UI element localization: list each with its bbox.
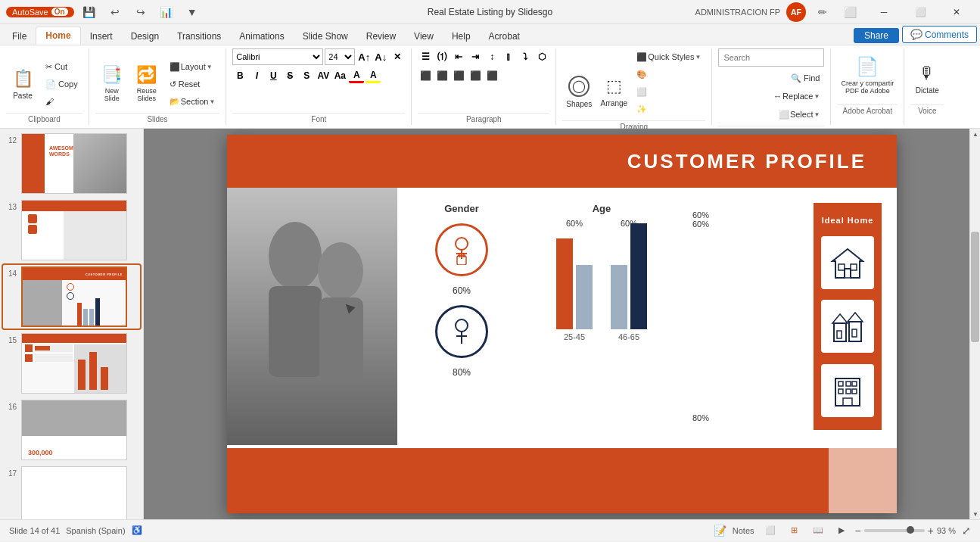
slide-item-15[interactable]: 15	[3, 332, 140, 395]
char-spacing-button[interactable]: AV	[316, 68, 331, 83]
smart-art-button[interactable]: ⬡	[534, 49, 549, 64]
presentation-mode-icon[interactable]: ⬜	[839, 3, 860, 21]
text-direction-button[interactable]: ⤵	[518, 49, 533, 64]
comments-button[interactable]: 💬 Comments	[902, 26, 977, 43]
shape-fill-button[interactable]: 🎨	[632, 66, 705, 83]
increase-font-button[interactable]: A↑	[356, 49, 372, 64]
ink-icon[interactable]: ✏	[812, 3, 833, 21]
slide-item-16[interactable]: 16 300,000	[3, 398, 140, 462]
close-button[interactable]: ✕	[939, 0, 974, 24]
shadow-button[interactable]: S	[299, 68, 314, 83]
layout-button[interactable]: ⬛ Layout ▼	[165, 58, 220, 75]
bullets-button[interactable]: ☰	[418, 49, 433, 64]
reuse-slides-button[interactable]: 🔁 Reuse Slides	[130, 58, 163, 110]
notes-button[interactable]: 📝	[714, 525, 726, 537]
slide-thumb-15[interactable]	[21, 333, 127, 394]
create-pdf-button[interactable]: 📄 Crear y compartir PDF de Adobe	[837, 53, 898, 104]
italic-button[interactable]: I	[249, 68, 264, 83]
indent-less-button[interactable]: ⇤	[451, 49, 466, 64]
font-color-button[interactable]: A	[349, 68, 364, 83]
scroll-thumb[interactable]	[971, 232, 979, 342]
highlight-button[interactable]: A	[366, 68, 381, 83]
scroll-down-arrow[interactable]: ▼	[970, 509, 980, 519]
normal-view-button[interactable]: ⬜	[761, 524, 780, 537]
change-case-button[interactable]: Aa	[332, 68, 347, 83]
main-slide[interactable]: CUSTOMER PROFILE	[227, 135, 897, 513]
line-spacing-button[interactable]: ↕	[484, 49, 499, 64]
copy-button[interactable]: 📄 Copy	[41, 76, 82, 92]
zoom-out-button[interactable]: −	[855, 525, 861, 537]
quick-styles-button[interactable]: ⬛ Quick Styles ▼	[632, 48, 705, 65]
tab-review[interactable]: Review	[357, 28, 405, 45]
zoom-slider[interactable]	[864, 529, 925, 532]
save-icon[interactable]: 💾	[79, 3, 100, 21]
align-left-button[interactable]: ⬛	[418, 68, 433, 83]
font-family-selector[interactable]: Calibri	[232, 48, 323, 65]
underline-button[interactable]: U	[266, 68, 281, 83]
slide-thumb-13[interactable]	[21, 200, 127, 260]
col2-button[interactable]: ⬛	[484, 68, 499, 83]
select-button[interactable]: ⬜ Select ▼	[774, 106, 825, 123]
paste-button[interactable]: 📋 Paste	[6, 58, 39, 110]
slide-thumb-16[interactable]: 300,000	[21, 400, 127, 460]
presenter-view-button[interactable]: ▶	[834, 524, 849, 537]
slide-item-13[interactable]: 13	[3, 198, 140, 262]
slide-thumb-12[interactable]: AWESOMEWORDS	[21, 133, 127, 194]
cut-button[interactable]: ✂ Cut	[41, 58, 82, 75]
new-slide-button[interactable]: 📑 New Slide	[95, 58, 129, 110]
slide-item-14[interactable]: 14 CUSTOMER PROFILE	[3, 265, 140, 329]
tab-transitions[interactable]: Transitions	[168, 28, 230, 45]
slide-thumb-14[interactable]: CUSTOMER PROFILE	[21, 266, 127, 327]
canvas-area[interactable]: CUSTOMER PROFILE	[144, 129, 980, 519]
slide-item-17[interactable]: 17	[3, 465, 140, 519]
clear-format-button[interactable]: ✕	[390, 49, 405, 64]
tab-file[interactable]: File	[3, 28, 36, 45]
tab-design[interactable]: Design	[122, 28, 168, 45]
tab-insert[interactable]: Insert	[81, 28, 122, 45]
fit-slide-button[interactable]: ⤢	[962, 525, 971, 537]
tab-acrobat[interactable]: Acrobat	[480, 28, 529, 45]
replace-button[interactable]: ↔ Replace ▼	[769, 88, 824, 104]
slide-thumb-17[interactable]	[21, 466, 127, 519]
search-input[interactable]	[718, 48, 824, 67]
align-center-button[interactable]: ⬛	[434, 68, 450, 83]
tab-home[interactable]: Home	[36, 26, 80, 45]
zoom-thumb[interactable]	[907, 526, 914, 534]
reset-button[interactable]: ↺ Reset	[165, 76, 220, 92]
presentation-icon[interactable]: 📊	[156, 3, 177, 21]
share-button[interactable]: Share	[854, 28, 899, 43]
tab-help[interactable]: Help	[443, 28, 480, 45]
zoom-in-button[interactable]: +	[928, 525, 934, 537]
strikethrough-button[interactable]: S	[282, 68, 297, 83]
font-size-selector[interactable]: 24	[325, 48, 355, 65]
tab-slideshow[interactable]: Slide Show	[294, 28, 357, 45]
section-button[interactable]: 📂 Section ▼	[165, 93, 220, 110]
arrange-button[interactable]: ⬚ Arrange	[597, 66, 630, 117]
autosave-state[interactable]: On	[51, 8, 68, 16]
scroll-track[interactable]	[970, 139, 980, 509]
slide-sorter-button[interactable]: ⊞	[786, 524, 802, 537]
find-button[interactable]: 🔍 Find	[786, 70, 824, 86]
notes-label[interactable]: Notes	[733, 526, 754, 535]
indent-more-button[interactable]: ⇥	[468, 49, 483, 64]
undo-icon[interactable]: ↩	[104, 3, 126, 21]
format-painter-button[interactable]: 🖌	[41, 93, 82, 110]
shape-outline-button[interactable]: ⬜	[632, 83, 705, 100]
tab-view[interactable]: View	[405, 28, 443, 45]
numbering-button[interactable]: ⑴	[434, 49, 450, 64]
align-right-button[interactable]: ⬛	[451, 68, 466, 83]
shape-effects-button[interactable]: ✨	[632, 101, 705, 117]
autosave-badge[interactable]: AutoSave On	[6, 7, 74, 17]
slide-item-12[interactable]: 12 AWESOMEWORDS	[3, 132, 140, 195]
reading-view-button[interactable]: 📖	[808, 524, 828, 537]
shapes-button[interactable]: ◯ Shapes	[562, 66, 596, 117]
dictate-button[interactable]: 🎙 Dictate	[910, 53, 944, 104]
decrease-font-button[interactable]: A↓	[373, 49, 388, 64]
columns-button[interactable]: ⫿	[501, 49, 516, 64]
minimize-button[interactable]: ─	[866, 0, 901, 24]
user-avatar[interactable]: AF	[786, 2, 806, 22]
scroll-up-arrow[interactable]: ▲	[970, 129, 980, 139]
justify-button[interactable]: ⬛	[468, 68, 483, 83]
customize-icon[interactable]: ▼	[182, 3, 203, 21]
restore-button[interactable]: ⬜	[903, 0, 938, 24]
